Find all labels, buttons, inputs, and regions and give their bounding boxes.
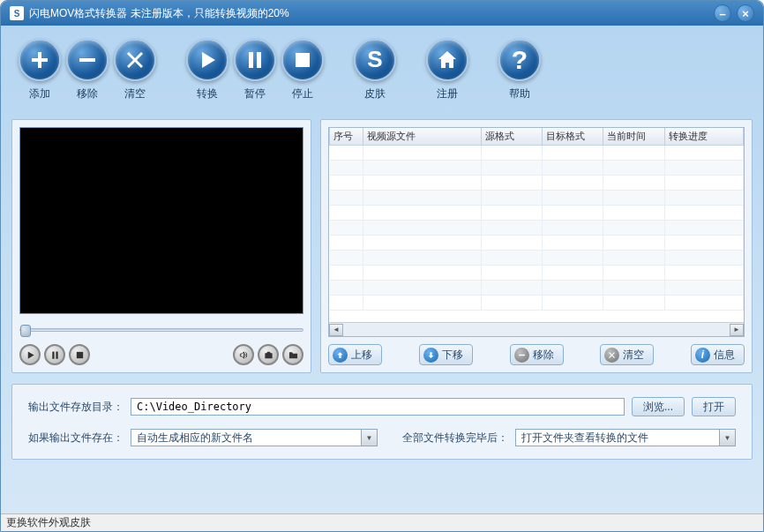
preview-pause-button[interactable] xyxy=(44,344,65,365)
plus-icon xyxy=(29,49,50,71)
x-icon xyxy=(608,351,616,359)
stop-label: 停止 xyxy=(292,86,313,101)
stop-icon xyxy=(75,350,85,360)
preview-panel xyxy=(11,119,311,373)
arrow-up-icon xyxy=(336,351,344,359)
register-button[interactable]: 注册 xyxy=(426,39,468,101)
pause-label: 暂停 xyxy=(244,86,266,101)
col-time[interactable]: 当前时间 xyxy=(603,128,664,146)
play-icon xyxy=(197,49,218,71)
app-window: S 闪电MOV格式转换器 未注册版本，只能转换视频的20% – × 添加 移除 … xyxy=(0,0,764,532)
col-srcfmt[interactable]: 源格式 xyxy=(481,128,542,146)
pause-icon xyxy=(244,49,266,71)
skin-icon: S xyxy=(367,46,382,73)
col-source[interactable]: 视频源文件 xyxy=(363,128,481,146)
minus-icon xyxy=(77,49,98,71)
minus-icon xyxy=(518,351,526,359)
folder-icon xyxy=(288,350,298,360)
after-all-combo[interactable]: 打开文件夹查看转换的文件 ▼ xyxy=(515,429,736,446)
list-remove-button[interactable]: 移除 xyxy=(510,344,564,365)
table-row xyxy=(330,146,744,161)
arrow-down-icon xyxy=(427,351,435,359)
window-title: 闪电MOV格式转换器 未注册版本，只能转换视频的20% xyxy=(29,6,714,21)
add-button[interactable]: 添加 xyxy=(19,39,61,101)
question-icon: ? xyxy=(512,45,528,75)
scroll-right-icon[interactable]: ► xyxy=(730,324,744,336)
home-icon xyxy=(437,49,458,71)
status-text: 更换软件外观皮肤 xyxy=(6,515,91,530)
horizontal-scrollbar[interactable]: ◄ ► xyxy=(329,322,744,336)
output-dir-label: 输出文件存放目录： xyxy=(28,400,124,415)
remove-label: 移除 xyxy=(77,86,98,101)
add-label: 添加 xyxy=(29,86,50,101)
clear-label: 清空 xyxy=(124,86,146,101)
stop-icon xyxy=(292,49,313,71)
help-label: 帮助 xyxy=(509,86,530,101)
move-down-button[interactable]: 下移 xyxy=(419,344,473,365)
play-icon xyxy=(26,350,35,360)
chevron-down-icon: ▼ xyxy=(719,430,735,446)
convert-button[interactable]: 转换 xyxy=(186,39,228,101)
if-exists-value: 自动生成相应的新文件名 xyxy=(137,431,253,446)
close-button[interactable]: × xyxy=(737,4,754,22)
table-row xyxy=(330,266,744,281)
help-button[interactable]: ? 帮助 xyxy=(498,39,541,101)
table-row xyxy=(330,281,744,296)
convert-label: 转换 xyxy=(197,86,218,101)
info-icon: i xyxy=(701,348,704,361)
seek-slider[interactable] xyxy=(19,328,303,332)
x-icon xyxy=(124,49,146,71)
pause-icon xyxy=(50,350,60,360)
pause-button[interactable]: 暂停 xyxy=(234,39,276,101)
main-toolbar: 添加 移除 清空 转换 暂停 停止 xyxy=(1,26,763,114)
after-all-label: 全部文件转换完毕后： xyxy=(402,431,508,446)
titlebar: S 闪电MOV格式转换器 未注册版本，只能转换视频的20% – × xyxy=(1,1,763,26)
table-row xyxy=(330,191,744,206)
table-row xyxy=(330,161,744,176)
statusbar: 更换软件外观皮肤 xyxy=(1,513,763,531)
table-row xyxy=(330,206,744,221)
table-row xyxy=(330,176,744,191)
app-icon: S xyxy=(10,6,24,20)
table-row xyxy=(330,251,744,266)
skin-button[interactable]: S 皮肤 xyxy=(354,39,396,101)
output-settings-panel: 输出文件存放目录： 浏览... 打开 如果输出文件存在： 自动生成相应的新文件名… xyxy=(11,384,753,460)
file-table[interactable]: 序号 视频源文件 源格式 目标格式 当前时间 转换进度 xyxy=(328,127,745,337)
if-exists-combo[interactable]: 自动生成相应的新文件名 ▼ xyxy=(131,429,378,446)
col-progress[interactable]: 转换进度 xyxy=(664,128,743,146)
table-row xyxy=(330,296,744,311)
stop-button[interactable]: 停止 xyxy=(281,39,324,101)
table-row xyxy=(330,236,744,251)
remove-button[interactable]: 移除 xyxy=(66,39,109,101)
col-index[interactable]: 序号 xyxy=(330,128,363,146)
chevron-down-icon: ▼ xyxy=(361,430,377,446)
register-label: 注册 xyxy=(437,86,458,101)
snapshot-button[interactable] xyxy=(258,344,279,365)
output-dir-input[interactable] xyxy=(131,398,625,416)
video-preview xyxy=(19,127,303,314)
if-exists-label: 如果输出文件存在： xyxy=(28,431,124,446)
list-clear-button[interactable]: 清空 xyxy=(600,344,654,365)
move-up-button[interactable]: 上移 xyxy=(328,344,382,365)
after-all-value: 打开文件夹查看转换的文件 xyxy=(521,431,648,446)
speaker-icon xyxy=(239,350,249,360)
open-folder-button[interactable]: 打开 xyxy=(692,397,736,416)
minimize-button[interactable]: – xyxy=(714,4,731,22)
skin-label: 皮肤 xyxy=(364,86,386,101)
col-dstfmt[interactable]: 目标格式 xyxy=(543,128,603,146)
seek-thumb[interactable] xyxy=(20,325,31,337)
table-row xyxy=(330,221,744,236)
volume-button[interactable] xyxy=(233,344,254,365)
preview-play-button[interactable] xyxy=(19,344,41,365)
info-button[interactable]: i信息 xyxy=(691,344,745,365)
scroll-left-icon[interactable]: ◄ xyxy=(329,324,343,336)
browse-button[interactable]: 浏览... xyxy=(632,397,685,416)
preview-stop-button[interactable] xyxy=(69,344,90,365)
camera-icon xyxy=(264,350,273,360)
folder-button[interactable] xyxy=(282,344,303,365)
clear-button[interactable]: 清空 xyxy=(114,39,156,101)
file-list-panel: 序号 视频源文件 源格式 目标格式 当前时间 转换进度 xyxy=(320,119,753,373)
